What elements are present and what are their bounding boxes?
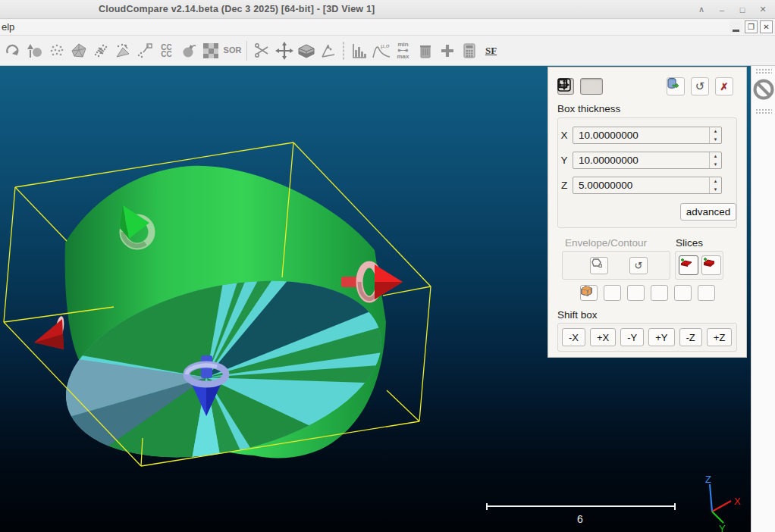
- delete-trash-icon[interactable]: [414, 40, 436, 61]
- sor-filter-icon[interactable]: SOR: [221, 40, 243, 61]
- panel-close-button[interactable]: ✗: [715, 77, 733, 95]
- cc-bottom-label: CC: [161, 50, 171, 58]
- axis-label-x: X: [734, 496, 741, 507]
- z-spin-down[interactable]: ▼: [710, 186, 721, 194]
- set-view-minus-z-button[interactable]: [674, 285, 692, 301]
- shift-plus-y-button[interactable]: +Y: [648, 328, 674, 346]
- x-spin-up[interactable]: ▲: [710, 127, 721, 136]
- set-view-plus-y-button[interactable]: [651, 285, 668, 301]
- viewport-3d[interactable]: 6 Z X Y: [0, 66, 751, 532]
- min-max-filter-icon[interactable]: min⇤⇥max: [392, 40, 414, 61]
- scale-bar: [487, 503, 675, 510]
- subsample-icon[interactable]: [45, 40, 67, 61]
- mdi-close-button[interactable]: ✕: [760, 20, 773, 33]
- z-thickness-spinbox[interactable]: ▲▼: [573, 177, 722, 194]
- register-icon[interactable]: [89, 40, 111, 61]
- main-toolbar: CCCC SOR μ,σ m: [0, 36, 775, 66]
- view-face-buttons: [580, 285, 715, 301]
- axis-label-y: Y: [719, 523, 726, 532]
- point-picking-icon[interactable]: [133, 40, 155, 61]
- shift-minus-z-button[interactable]: -Z: [679, 328, 702, 346]
- cloud-mesh-distance-icon[interactable]: [111, 40, 133, 61]
- x-thickness-input[interactable]: [573, 127, 722, 144]
- scale-bar-label: 6: [577, 513, 583, 525]
- extract-envelope-button[interactable]: [590, 257, 608, 274]
- main-area: 6 Z X Y: [0, 66, 775, 532]
- reset-icon: ↺: [695, 80, 705, 93]
- clip-box-arrow-left-x[interactable]: [34, 315, 65, 349]
- z-thickness-label: Z: [556, 180, 573, 191]
- menu-help-partial[interactable]: elp: [2, 21, 14, 33]
- point-list-picking-icon[interactable]: [317, 40, 339, 61]
- export-slice-button[interactable]: [667, 77, 685, 95]
- shade-button[interactable]: ∧: [695, 4, 708, 16]
- z-spin-up[interactable]: ▲: [710, 177, 721, 186]
- maximize-button[interactable]: □: [736, 4, 748, 16]
- cross-section-box-icon[interactable]: [295, 40, 317, 61]
- bomb-icon[interactable]: [177, 40, 199, 61]
- rotate-view-icon[interactable]: [2, 40, 24, 61]
- x-spin-down[interactable]: ▼: [710, 136, 721, 144]
- close-icon: ✗: [720, 81, 729, 92]
- toolbar-separator-dots: [341, 41, 346, 61]
- histogram-icon[interactable]: [348, 40, 370, 61]
- gl-filter-toolbar: [751, 66, 775, 532]
- y-thickness-input[interactable]: [573, 152, 722, 169]
- scalar-field-icon[interactable]: SF: [480, 40, 502, 61]
- menu-bar: elp ❐ ✕: [0, 19, 775, 36]
- shift-box-label: Shift box: [557, 309, 598, 321]
- shift-plus-x-button[interactable]: +X: [590, 328, 616, 346]
- slices-group: [675, 251, 723, 280]
- window-controls: ∧ – □ ✕: [695, 0, 769, 19]
- cloudcompare-window: CloudCompare v2.14.beta (Dec 3 2025) [64…: [0, 0, 775, 532]
- toolbar-grip-handle[interactable]: [755, 68, 772, 74]
- clouds-compare-icon[interactable]: CCCC: [155, 40, 177, 61]
- cross-section-panel: ↺ ✗ Box thickness X ▲▼ Y: [548, 67, 747, 358]
- toolbar-separator: [246, 41, 248, 61]
- toolbar-grip-handle-2[interactable]: [755, 108, 772, 114]
- envelope-contour-label: Envelope/Contour: [565, 237, 647, 249]
- mdi-minimize-button[interactable]: [730, 20, 742, 33]
- advanced-button[interactable]: advanced: [680, 203, 736, 221]
- undo-icon: ↺: [635, 260, 643, 271]
- mesh-icon[interactable]: [67, 40, 89, 61]
- extract-slice-button[interactable]: [679, 255, 698, 275]
- envelope-group: ↺: [562, 251, 670, 280]
- translate-rotate-icon[interactable]: [273, 40, 295, 61]
- checkerboard-icon[interactable]: [199, 40, 221, 61]
- shift-minus-x-button[interactable]: -X: [562, 328, 585, 346]
- sf-calculator-icon[interactable]: [458, 40, 480, 61]
- minimize-button[interactable]: –: [716, 4, 728, 16]
- reset-button[interactable]: ↺: [691, 77, 709, 95]
- extract-multi-slices-button[interactable]: [701, 255, 721, 275]
- box-thickness-label: Box thickness: [557, 103, 620, 114]
- add-plus-icon[interactable]: [436, 40, 458, 61]
- shift-minus-y-button[interactable]: -Y: [620, 328, 644, 346]
- y-spin-up[interactable]: ▲: [710, 152, 721, 161]
- set-view-minus-y-button[interactable]: [627, 285, 645, 301]
- mdi-window-controls: ❐ ✕: [730, 20, 773, 33]
- slices-label: Slices: [676, 237, 703, 249]
- x-thickness-label: X: [556, 130, 573, 141]
- shift-buttons: -X +X -Y +Y -Z +Z: [562, 328, 732, 346]
- svg-text:μ,σ: μ,σ: [381, 42, 390, 49]
- x-thickness-spinbox[interactable]: ▲▼: [573, 127, 722, 144]
- axis-triad: [710, 484, 731, 523]
- close-button[interactable]: ✕: [757, 4, 769, 16]
- no-filter-icon[interactable]: [751, 77, 775, 102]
- gaussian-stats-icon[interactable]: μ,σ: [370, 40, 392, 61]
- set-view-plus-z-button[interactable]: [698, 285, 715, 301]
- minimize-dash-icon: [733, 30, 739, 32]
- z-thickness-input[interactable]: [573, 177, 722, 194]
- shift-plus-z-button[interactable]: +Z: [707, 328, 733, 346]
- y-thickness-spinbox[interactable]: ▲▼: [573, 152, 722, 169]
- title-bar: CloudCompare v2.14.beta (Dec 3 2025) [64…: [0, 0, 775, 19]
- window-title: CloudCompare v2.14.beta (Dec 3 2025) [64…: [99, 4, 375, 14]
- mdi-restore-button[interactable]: ❐: [745, 20, 758, 33]
- y-spin-down[interactable]: ▼: [710, 161, 721, 169]
- set-view-plus-x-button[interactable]: [604, 285, 621, 301]
- segment-scissors-icon[interactable]: [251, 40, 273, 61]
- clear-envelope-button[interactable]: ↺: [629, 257, 648, 274]
- apply-transformation-icon[interactable]: [24, 40, 45, 61]
- show-interactors-toggle[interactable]: [580, 78, 603, 95]
